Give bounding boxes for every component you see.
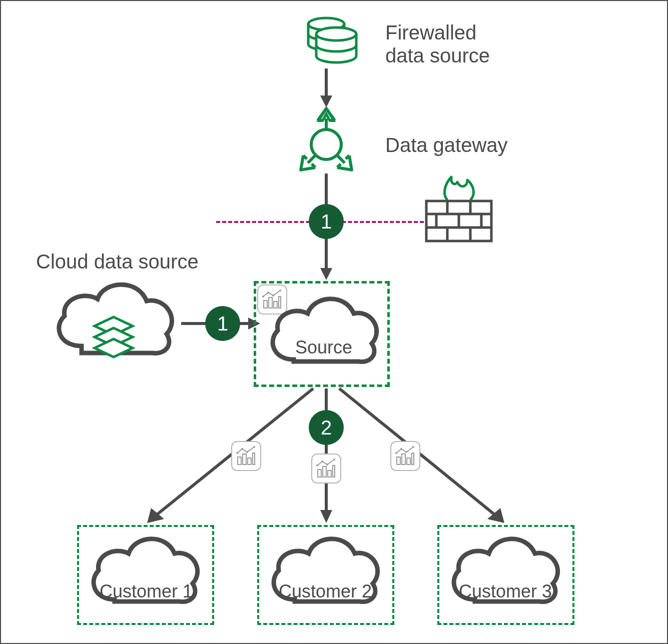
svg-rect-47 (238, 457, 241, 464)
svg-point-52 (241, 448, 243, 450)
svg-point-61 (326, 464, 328, 466)
svg-point-70 (412, 446, 414, 448)
svg-rect-66 (412, 453, 414, 464)
svg-point-69 (405, 451, 407, 453)
svg-rect-50 (253, 453, 255, 464)
svg-rect-57 (328, 470, 331, 477)
svg-point-51 (236, 452, 238, 454)
svg-marker-44 (320, 510, 332, 523)
analytics-icon-center (311, 454, 341, 484)
svg-point-59 (316, 464, 318, 466)
step-badge-center: 2 (309, 410, 344, 445)
svg-rect-58 (333, 466, 335, 477)
customer-2-label: Customer 2 (275, 581, 375, 602)
svg-rect-64 (402, 454, 405, 464)
svg-point-60 (321, 460, 323, 462)
analytics-icon-right (390, 441, 420, 471)
svg-rect-65 (407, 458, 410, 464)
svg-rect-49 (248, 458, 251, 464)
svg-point-62 (333, 458, 335, 460)
diagram-canvas: Firewalled data source Data gateway Clou… (0, 0, 668, 644)
customer-1-label: Customer 1 (96, 581, 196, 602)
svg-rect-63 (397, 457, 400, 464)
customer-3-label: Customer 3 (455, 581, 555, 602)
svg-point-54 (253, 446, 255, 448)
svg-rect-48 (243, 454, 246, 464)
svg-rect-55 (318, 470, 321, 477)
svg-rect-56 (323, 466, 326, 477)
svg-point-68 (400, 448, 402, 450)
analytics-icon-left (231, 441, 261, 471)
svg-point-67 (395, 452, 397, 454)
svg-point-53 (246, 451, 248, 453)
step-badge-center-number: 2 (321, 416, 332, 439)
